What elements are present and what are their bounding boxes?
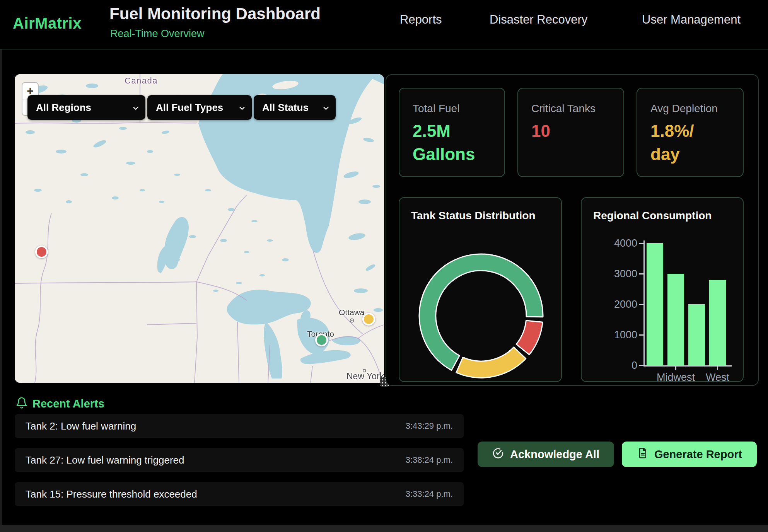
- regional-consumption-bar-chart: 40003000200010000MidwestWest: [582, 198, 744, 383]
- alert-row[interactable]: Tank 2: Low fuel warning 3:43:29 p.m.: [15, 414, 464, 438]
- document-icon: [637, 447, 648, 462]
- stat-card-total-fuel: Total Fuel 2.5M Gallons: [399, 88, 505, 177]
- taskbar-strip: [0, 525, 768, 532]
- y-tick: [639, 365, 643, 366]
- regional-consumption-card: Regional Consumption 40003000200010000Mi…: [581, 197, 744, 382]
- tank-status-distribution-card: Tank Status Distribution: [399, 197, 562, 382]
- alert-message: Tank 27: Low fuel warning triggered: [26, 454, 184, 466]
- tank-marker-critical[interactable]: [35, 246, 48, 258]
- status-filter-dropdown[interactable]: All Status: [254, 95, 336, 120]
- page-subtitle: Real-Time Overview: [110, 28, 205, 40]
- acknowledge-all-label: Acknowledge All: [510, 448, 599, 461]
- alerts-heading: Recent Alerts: [32, 397, 104, 410]
- stat-card-critical-tanks: Critical Tanks 10: [517, 88, 624, 177]
- alert-message: Tank 2: Low fuel warning: [26, 420, 136, 432]
- bell-icon: [15, 397, 28, 411]
- header-bar: AirMatrix Fuel Monitoring Dashboard Real…: [0, 0, 768, 49]
- nav-item-reports[interactable]: Reports: [400, 13, 442, 27]
- window-left-edge: [0, 0, 2, 532]
- stat-label: Avg Depletion: [650, 102, 743, 115]
- chevron-down-icon: [322, 103, 330, 115]
- map-label-ottawa: Ottawa: [339, 308, 365, 317]
- tank-marker-normal[interactable]: [315, 334, 328, 346]
- alert-message: Tank 15: Pressure threshold exceeded: [26, 488, 197, 500]
- fuel-map[interactable]: Canada Ottawa Toronto New York + All Reg…: [15, 74, 384, 383]
- fuel-type-filter-dropdown[interactable]: All Fuel Types: [147, 95, 252, 120]
- bar-1: [667, 274, 684, 365]
- tank-marker-warning[interactable]: [362, 313, 375, 326]
- chevron-down-icon: [238, 103, 246, 115]
- y-tick: [639, 243, 643, 244]
- stat-label: Critical Tanks: [531, 102, 623, 115]
- app-logo[interactable]: AirMatrix: [13, 15, 82, 32]
- y-axis: [643, 240, 645, 367]
- x-axis: [643, 365, 732, 367]
- donut-segment-critical: [516, 321, 543, 355]
- y-tick-label: 2000: [582, 298, 637, 310]
- bar-0: [647, 243, 663, 365]
- check-circle-icon: [492, 447, 504, 462]
- y-tick-label: 4000: [582, 237, 637, 249]
- region-filter-value: All Regions: [36, 102, 91, 114]
- y-tick-label: 0: [582, 359, 637, 372]
- y-tick: [639, 304, 643, 305]
- y-tick: [639, 334, 643, 336]
- donut-segment-normal: [419, 254, 543, 370]
- region-filter-dropdown[interactable]: All Regions: [27, 95, 145, 120]
- alert-time: 3:38:24 p.m.: [406, 455, 453, 465]
- alert-row[interactable]: Tank 15: Pressure threshold exceeded 3:3…: [15, 482, 464, 506]
- nav-item-user-management[interactable]: User Management: [642, 13, 741, 27]
- status-filter-value: All Status: [262, 102, 309, 114]
- stat-value: 10: [531, 119, 623, 143]
- y-tick-label: 3000: [582, 268, 637, 280]
- alert-row[interactable]: Tank 27: Low fuel warning triggered 3:38…: [15, 448, 464, 472]
- y-tick: [639, 273, 643, 275]
- stat-value: 2.5M Gallons: [413, 119, 504, 166]
- bar-3: [709, 280, 726, 365]
- alert-time: 3:43:29 p.m.: [406, 421, 453, 431]
- x-tick: [675, 367, 676, 370]
- page-title: Fuel Monitoring Dashboard: [109, 5, 321, 23]
- fuel-type-filter-value: All Fuel Types: [156, 102, 223, 114]
- generate-report-label: Generate Report: [654, 448, 742, 461]
- donut-segment-warning: [456, 347, 526, 378]
- y-tick-label: 1000: [582, 329, 637, 341]
- map-label-new-york: New York: [346, 371, 384, 382]
- tank-status-donut-chart: [399, 198, 563, 383]
- x-tick: [717, 367, 718, 370]
- acknowledge-all-button[interactable]: Acknowledge All: [478, 442, 614, 467]
- generate-report-button[interactable]: Generate Report: [622, 442, 757, 467]
- chevron-down-icon: [131, 103, 140, 115]
- stat-value: 1.8%/ day: [650, 119, 743, 166]
- stat-label: Total Fuel: [413, 102, 504, 115]
- stat-card-avg-depletion: Avg Depletion 1.8%/ day: [637, 88, 744, 177]
- x-tick-label: West: [687, 372, 749, 384]
- alert-time: 3:33:24 p.m.: [406, 489, 453, 499]
- map-label-canada: Canada: [125, 76, 158, 86]
- bar-2: [688, 304, 705, 365]
- nav-item-disaster-recovery[interactable]: Disaster Recovery: [490, 13, 587, 27]
